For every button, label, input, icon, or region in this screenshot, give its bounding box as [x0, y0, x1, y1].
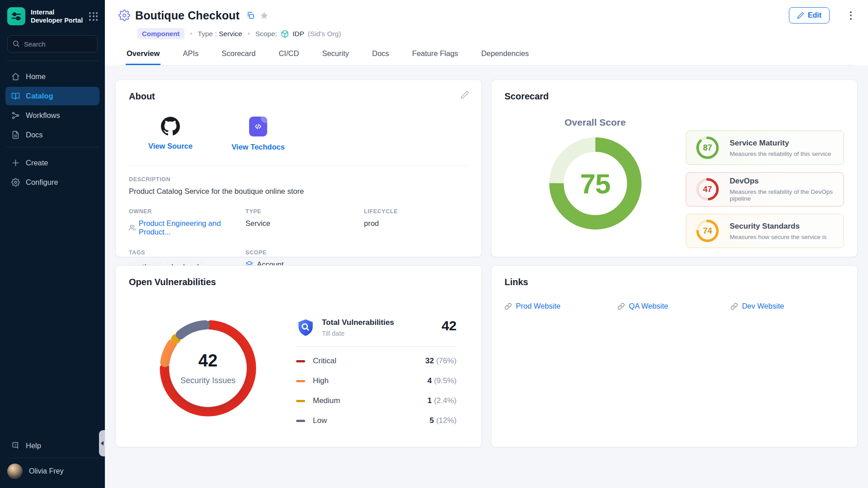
- tab-apis[interactable]: APIs: [182, 49, 199, 65]
- tab-overview[interactable]: Overview: [126, 49, 160, 65]
- view-techdocs-link[interactable]: View Techdocs: [229, 117, 287, 151]
- type-value: Service: [245, 219, 364, 228]
- user-name: Olivia Frey: [29, 467, 63, 475]
- sidebar-item-label: Help: [26, 441, 41, 450]
- owner-link[interactable]: Product Engineering and Product...: [129, 219, 245, 236]
- sidebar-search: [7, 35, 98, 52]
- tab-security[interactable]: Security: [321, 49, 350, 65]
- total-vulnerabilities-title: Total Vulnerabilities: [322, 318, 394, 327]
- scorecard-title: Scorecard: [505, 91, 844, 102]
- security-issues-count: 42: [198, 351, 217, 371]
- github-icon: [161, 117, 180, 136]
- topbar: Boutique Checkout Edit Component Type : …: [105, 0, 868, 66]
- more-options-kebab-icon[interactable]: [847, 9, 854, 23]
- overall-score-label: Overall Score: [565, 117, 626, 128]
- overall-score-donut: 75: [549, 137, 642, 230]
- legend-dash: [296, 360, 305, 362]
- brand: Internal Developer Portal: [0, 0, 105, 32]
- sidebar: Internal Developer Portal Home Catalog: [0, 0, 105, 488]
- legend-dash: [296, 420, 305, 422]
- dot-separator: [190, 33, 192, 35]
- lifecycle-value: prod: [364, 219, 468, 228]
- sidebar-item-home[interactable]: Home: [5, 67, 99, 86]
- plus-icon: [11, 159, 20, 167]
- tags-label: TAGS: [129, 249, 245, 256]
- sidebar-item-label: Catalog: [26, 92, 53, 100]
- about-edit-pencil-icon[interactable]: [461, 91, 469, 101]
- pencil-icon: [797, 12, 804, 19]
- security-issues-label: Security Issues: [180, 376, 236, 385]
- score-card-service-maturity[interactable]: 87 Service Maturity Measures the reliabi…: [686, 131, 844, 165]
- links-row: Prod Website QA Website Dev Website: [505, 302, 844, 310]
- main: Boutique Checkout Edit Component Type : …: [105, 0, 868, 488]
- scope-chunk: Scope: IDP (Sid's Org): [255, 30, 341, 38]
- total-vulnerabilities-subtitle: Till date: [322, 330, 394, 337]
- apps-grid-icon[interactable]: [89, 12, 98, 21]
- legend-dash: [296, 400, 305, 402]
- tab-scorecard[interactable]: Scorecard: [221, 49, 256, 65]
- overall-score-gauge: Overall Score 75: [505, 105, 686, 248]
- breadcrumb: Component Type : Service Scope: IDP (Sid…: [137, 28, 854, 39]
- page-title: Boutique Checkout: [135, 9, 240, 22]
- catalog-icon: [11, 92, 20, 100]
- sidebar-item-workflows[interactable]: Workflows: [5, 106, 99, 125]
- search-icon: [12, 40, 20, 47]
- sidebar-item-create[interactable]: Create: [5, 154, 99, 172]
- score-card-desc: Measures the reliability of the DevOps p…: [730, 188, 836, 202]
- link-prod-website[interactable]: Prod Website: [505, 302, 618, 310]
- brand-title: Internal Developer Portal: [31, 8, 83, 24]
- vulnerabilities-title: Open Vulnerabilities: [129, 277, 468, 287]
- legend-row-high: High 4 (9.5%): [296, 371, 457, 391]
- lifecycle-label: LIFECYCLE: [364, 208, 468, 215]
- type-chunk: Type : Service: [198, 30, 242, 38]
- legend-dash: [296, 380, 305, 382]
- tab-dependencies[interactable]: Dependencies: [480, 49, 530, 65]
- copy-icon[interactable]: [246, 11, 255, 19]
- about-fields: DESCRIPTION Product Catalog Service for …: [129, 176, 468, 273]
- score-ring: 74: [695, 219, 720, 243]
- help-icon: ?: [11, 441, 20, 450]
- score-card-security-standards[interactable]: 74 Security Standards Measures how secur…: [686, 214, 844, 248]
- score-card-title: DevOps: [730, 177, 836, 186]
- vulnerabilities-summary: Total Vulnerabilities Till date 42 Criti…: [296, 318, 468, 431]
- vulnerabilities-card: Open Vulnerabilities 42 Security Issues: [115, 265, 482, 447]
- docs-icon: [11, 131, 20, 139]
- total-vulnerabilities-row: Total Vulnerabilities Till date 42: [296, 318, 457, 337]
- title-row: Boutique Checkout Edit: [118, 7, 854, 23]
- gear-icon: [11, 178, 20, 187]
- divider: [296, 346, 457, 347]
- dot-separator: [248, 33, 250, 35]
- divider: [129, 165, 468, 166]
- tab-feature-flags[interactable]: Feature Flags: [411, 49, 459, 65]
- tab-cicd[interactable]: CI/CD: [278, 49, 300, 65]
- score-ring: 47: [695, 177, 720, 202]
- app-root: Internal Developer Portal Home Catalog: [0, 0, 868, 488]
- tab-docs[interactable]: Docs: [371, 49, 390, 65]
- link-dev-website[interactable]: Dev Website: [731, 302, 844, 310]
- sidebar-nav: Home Catalog Workflows Docs: [0, 61, 105, 147]
- avatar: [7, 464, 23, 479]
- legend-row-critical: Critical 32 (76%): [296, 351, 457, 371]
- sidebar-item-catalog[interactable]: Catalog: [5, 87, 99, 105]
- type-label: TYPE: [245, 208, 364, 215]
- star-icon[interactable]: [260, 11, 269, 20]
- search-input[interactable]: [7, 35, 98, 52]
- sidebar-item-configure[interactable]: Configure: [5, 173, 99, 192]
- sidebar-item-docs[interactable]: Docs: [5, 126, 99, 144]
- score-card-devops[interactable]: 47 DevOps Measures the reliability of th…: [686, 172, 844, 206]
- sidebar-actions: Create Configure: [0, 147, 105, 194]
- vulnerabilities-legend: Critical 32 (76%) High 4 (9.5%): [296, 351, 457, 431]
- score-card-desc: Measures the reliability of this service: [730, 150, 831, 157]
- vulnerabilities-donut: 42 Security Issues: [155, 315, 261, 421]
- about-links: View Source View Techdocs: [142, 117, 468, 151]
- sidebar-item-help[interactable]: ? Help: [5, 436, 99, 455]
- about-card: About View Source View Techdocs: [115, 80, 482, 257]
- view-source-link[interactable]: View Source: [142, 117, 199, 151]
- score-card-desc: Measures how secure the service is: [730, 234, 827, 240]
- link-qa-website[interactable]: QA Website: [618, 302, 731, 310]
- svg-text:?: ?: [14, 443, 17, 447]
- user-row[interactable]: Olivia Frey: [0, 458, 105, 488]
- edit-button[interactable]: Edit: [789, 7, 830, 23]
- sidebar-collapse-handle[interactable]: [99, 430, 105, 456]
- owner-label: OWNER: [129, 208, 245, 215]
